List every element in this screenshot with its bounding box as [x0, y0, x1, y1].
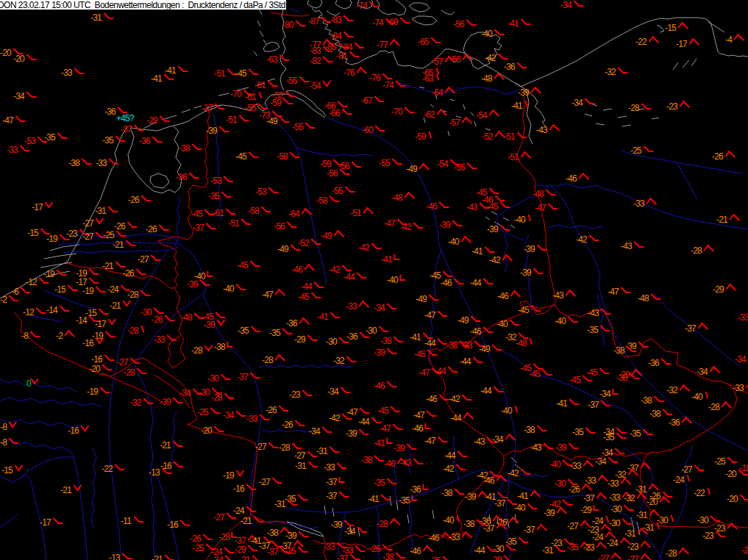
svg-text:-39: -39 [524, 244, 535, 254]
svg-text:-36: -36 [504, 62, 516, 72]
svg-text:-35: -35 [102, 135, 114, 146]
svg-text:-49: -49 [277, 244, 289, 254]
svg-text:-20: -20 [741, 545, 748, 556]
svg-text:-30: -30 [609, 518, 621, 528]
svg-text:-35: -35 [430, 556, 441, 560]
svg-text:-23: -23 [702, 531, 714, 541]
svg-text:-19: -19 [87, 387, 99, 397]
svg-text:-38: -38 [361, 455, 373, 465]
svg-text:-46: -46 [470, 326, 482, 337]
svg-text:-51: -51 [228, 218, 240, 229]
svg-text:-37: -37 [237, 372, 249, 382]
svg-text:-37: -37 [337, 553, 349, 560]
svg-text:-33: -33 [449, 532, 460, 542]
svg-text:-47: -47 [418, 367, 430, 378]
svg-text:-35: -35 [587, 325, 599, 335]
svg-text:-41: -41 [165, 65, 177, 76]
svg-text:-42: -42 [576, 234, 588, 245]
svg-text:-14: -14 [76, 315, 88, 326]
svg-text:-48: -48 [638, 293, 649, 304]
svg-text:-30: -30 [657, 515, 669, 525]
svg-text:-28: -28 [127, 290, 139, 300]
svg-text:-35: -35 [285, 546, 296, 556]
svg-text:-20: -20 [89, 364, 101, 374]
svg-text:-38: -38 [68, 158, 80, 168]
svg-text:-46: -46 [497, 291, 509, 301]
svg-text:-38: -38 [382, 552, 394, 560]
svg-text:-26: -26 [569, 484, 580, 495]
svg-text:-16: -16 [233, 484, 245, 494]
svg-text:-27: -27 [255, 442, 267, 452]
svg-text:-41: -41 [410, 332, 421, 342]
svg-text:-41: -41 [517, 491, 529, 501]
svg-text:-21: -21 [102, 261, 114, 271]
svg-text:-45: -45 [235, 151, 247, 162]
svg-text:-27: -27 [567, 521, 579, 531]
svg-text:-74: -74 [382, 80, 394, 90]
svg-text:-46: -46 [426, 394, 438, 404]
svg-text:-23: -23 [66, 229, 78, 239]
svg-text:-24: -24 [592, 532, 604, 542]
svg-text:-28: -28 [218, 532, 230, 542]
svg-text:-32: -32 [666, 385, 678, 395]
svg-text:-29: -29 [491, 555, 502, 560]
svg-text:-34: -34 [560, 0, 572, 10]
svg-text:-33: -33 [324, 542, 335, 552]
svg-text:-11: -11 [121, 516, 132, 526]
svg-text:-40: -40 [223, 284, 235, 294]
svg-text:-48: -48 [532, 189, 544, 199]
svg-text:-55: -55 [245, 103, 257, 113]
svg-text:-55: -55 [379, 158, 391, 168]
svg-text:-43: -43 [530, 442, 542, 453]
svg-text:-26: -26 [369, 544, 381, 554]
svg-text:-15: -15 [665, 23, 677, 33]
svg-text:-34: -34 [344, 526, 356, 536]
svg-text:-17: -17 [32, 202, 43, 212]
svg-text:-34: -34 [13, 91, 25, 101]
svg-text:-38: -38 [613, 345, 625, 356]
svg-text:-26: -26 [123, 268, 135, 279]
svg-text:-19: -19 [82, 286, 94, 296]
svg-text:-35: -35 [208, 191, 220, 201]
svg-text:-41: -41 [381, 254, 393, 265]
svg-text:-25: -25 [714, 456, 726, 467]
svg-text:-27: -27 [598, 553, 610, 560]
svg-text:-21: -21 [716, 215, 728, 225]
svg-text:-74: -74 [372, 18, 384, 28]
svg-text:-37: -37 [588, 400, 599, 410]
svg-text:-26: -26 [266, 405, 277, 415]
svg-text:-36: -36 [139, 136, 151, 146]
svg-text:-40: -40 [555, 316, 566, 326]
svg-text:-30: -30 [697, 515, 709, 525]
svg-text:-46: -46 [374, 381, 385, 391]
svg-text:-15: -15 [27, 228, 39, 238]
svg-text:-44: -44 [301, 281, 313, 292]
svg-text:-39: -39 [520, 268, 532, 278]
svg-text:-51: -51 [214, 68, 226, 79]
svg-text:-40: -40 [549, 459, 561, 470]
svg-text:-44: -44 [450, 413, 462, 423]
svg-text:-35: -35 [603, 432, 615, 442]
svg-text:-14: -14 [46, 305, 58, 315]
svg-text:-24: -24 [233, 506, 245, 516]
svg-text:-17: -17 [95, 319, 107, 329]
svg-text:-47: -47 [424, 310, 436, 320]
svg-text:-30: -30 [199, 387, 210, 398]
svg-text:-33: -33 [7, 145, 18, 155]
svg-text:-34: -34 [571, 98, 583, 108]
svg-text:-51: -51 [226, 115, 238, 125]
svg-text:-45: -45 [377, 406, 389, 416]
svg-text:-39: -39 [465, 492, 477, 502]
svg-text:-21: -21 [160, 440, 171, 450]
svg-text:-34: -34 [212, 555, 224, 560]
svg-text:-37: -37 [583, 493, 595, 503]
svg-text:-39: -39 [439, 220, 451, 230]
svg-text:-36: -36 [176, 172, 188, 182]
svg-text:-38: -38 [380, 336, 392, 346]
svg-text:-83: -83 [330, 15, 342, 25]
svg-text:-27: -27 [294, 450, 306, 461]
svg-text:-8: -8 [0, 422, 7, 432]
svg-text:-37: -37 [326, 477, 338, 487]
svg-text:-46: -46 [384, 459, 396, 469]
svg-text:-54: -54 [437, 159, 449, 169]
